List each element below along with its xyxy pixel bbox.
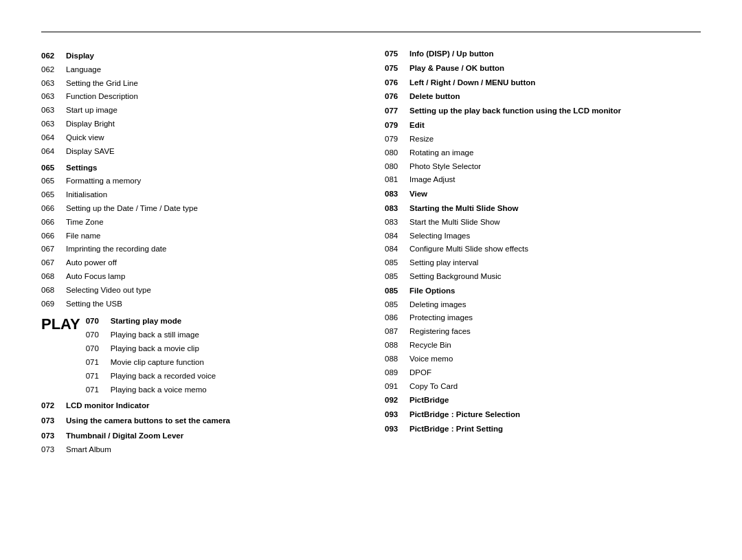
list-item: 071Playing back a recorded voice <box>86 370 216 383</box>
list-item: 063Setting the Grid Line <box>41 78 357 90</box>
list-item: 071Playing back a voice memo <box>86 384 216 396</box>
page-num: 064 <box>41 132 66 144</box>
entry-text: Function Description <box>66 91 357 103</box>
page-num: 068 <box>41 271 66 283</box>
section-label: PictBridge : Print Setting <box>409 423 701 436</box>
entry-text: Initialisation <box>66 189 357 201</box>
section-header: 062Display <box>41 50 357 63</box>
page-num: 063 <box>41 78 66 90</box>
page-num: 065 <box>41 175 66 188</box>
list-item: 087Registering faces <box>385 326 701 338</box>
page-num: 086 <box>385 312 409 324</box>
page-num: 077 <box>385 105 409 117</box>
page-num: 083 <box>385 188 409 201</box>
list-item: 086Protecting images <box>385 312 701 324</box>
page-num: 080 <box>385 161 409 173</box>
section-label: Edit <box>409 120 701 132</box>
list-item: 071Movie clip capture function <box>86 357 216 369</box>
page-num: 065 <box>41 162 66 175</box>
entry-text: Setting Background Music <box>409 271 701 283</box>
entry-text: Photo Style Selector <box>409 161 701 173</box>
list-item: 070Playing back a still image <box>86 329 216 341</box>
page-num: 084 <box>385 243 409 256</box>
list-item: 063Display Bright <box>41 118 357 131</box>
entry-text: Setting the USB <box>66 298 357 311</box>
page-num: 085 <box>385 271 409 283</box>
list-item: 085Setting Background Music <box>385 271 701 283</box>
section-header: 076Left / Right / Down / MENU button <box>385 77 701 89</box>
page-num: 080 <box>385 147 409 159</box>
section-label: Thumbnail / Digital Zoom Lever <box>66 430 357 443</box>
page-num: 075 <box>385 63 409 75</box>
page-container: 062Display062Language063Setting the Grid… <box>0 0 742 478</box>
page-num: 070 <box>86 329 111 341</box>
page-num: 063 <box>41 104 66 117</box>
section-label: PictBridge : Picture Selection <box>409 409 701 421</box>
page-num: 066 <box>41 216 66 229</box>
list-item: 079Resize <box>385 133 701 146</box>
list-item: 085Setting play interval <box>385 257 701 269</box>
entry-text: Recycle Bin <box>409 339 701 352</box>
list-item: 070Playing back a movie clip <box>86 343 216 355</box>
entry-text: Resize <box>409 133 701 146</box>
list-item: 063Function Description <box>41 91 357 103</box>
list-item: 084Configure Multi Slide show effects <box>385 243 701 256</box>
play-right: 070Starting play mode070Playing back a s… <box>86 315 216 397</box>
section-label: Info (DISP) / Up button <box>409 48 701 60</box>
entry-text: Setting play interval <box>409 257 701 269</box>
entry-text: Image Adjust <box>409 174 701 186</box>
section-label: Using the camera buttons to set the came… <box>66 415 357 427</box>
section-label: Play & Pause / OK button <box>409 63 701 75</box>
section-header: 073Using the camera buttons to set the c… <box>41 415 357 427</box>
section-label: File Options <box>409 285 701 298</box>
page-num: 085 <box>385 299 409 311</box>
page-num: 067 <box>41 243 66 256</box>
section-header: 085File Options <box>385 285 701 298</box>
entry-text: Copy To Card <box>409 381 701 393</box>
section-header: 075Info (DISP) / Up button <box>385 48 701 60</box>
list-item: 088Voice memo <box>385 353 701 366</box>
list-item: 066Setting up the Date / Time / Date typ… <box>41 203 357 215</box>
page-num: 081 <box>385 174 409 186</box>
page-num: 091 <box>385 381 409 393</box>
list-item: 089DPOF <box>385 367 701 379</box>
page-num: 065 <box>41 189 66 201</box>
page-num: 076 <box>385 91 409 103</box>
entry-text: Playing back a voice memo <box>111 384 216 396</box>
list-item: 065Formatting a memory <box>41 175 357 188</box>
page-num: 073 <box>41 444 66 456</box>
section-label: Setting up the play back function using … <box>409 105 701 117</box>
play-section: PLAY070Starting play mode070Playing back… <box>41 315 357 397</box>
entry-text: Configure Multi Slide show effects <box>409 243 701 256</box>
entry-text: Smart Album <box>66 444 357 456</box>
entry-text: Registering faces <box>409 326 701 338</box>
section-header: 070Starting play mode <box>86 315 216 328</box>
page-num: 092 <box>385 394 409 407</box>
entry-text: Start up image <box>66 104 357 117</box>
page-num: 063 <box>41 91 66 103</box>
list-item: 068Auto Focus lamp <box>41 271 357 283</box>
entry-text: Auto power off <box>66 257 357 269</box>
section-header: 083Starting the Multi Slide Show <box>385 203 701 215</box>
list-item: 080Rotating an image <box>385 147 701 159</box>
section-header: 093PictBridge : Print Setting <box>385 423 701 436</box>
page-num: 087 <box>385 326 409 338</box>
list-item: 091Copy To Card <box>385 381 701 393</box>
page-num: 088 <box>385 353 409 366</box>
entry-text: Playing back a movie clip <box>111 343 216 355</box>
page-num: 062 <box>41 50 66 63</box>
page-num: 073 <box>41 430 66 443</box>
page-num: 084 <box>385 230 409 243</box>
entry-text: Start the Multi Slide Show <box>409 216 701 229</box>
content-columns: 062Display062Language063Setting the Grid… <box>41 46 701 458</box>
page-num: 070 <box>86 343 111 355</box>
list-item: 080Photo Style Selector <box>385 161 701 173</box>
section-header: 079Edit <box>385 120 701 132</box>
entry-text: DPOF <box>409 367 701 379</box>
section-label: Delete button <box>409 91 701 103</box>
section-header: 073Thumbnail / Digital Zoom Lever <box>41 430 357 443</box>
page-num: 093 <box>385 423 409 436</box>
list-item: 067Auto power off <box>41 257 357 269</box>
entry-text: Playing back a still image <box>111 329 216 341</box>
page-num: 067 <box>41 257 66 269</box>
